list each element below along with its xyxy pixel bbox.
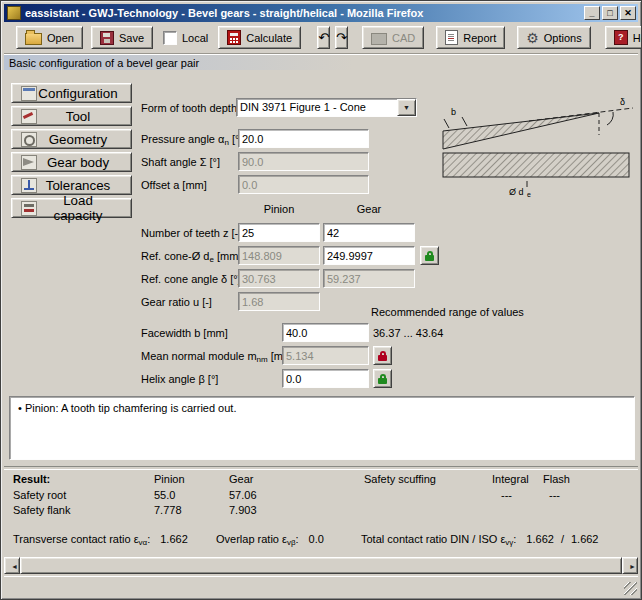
calculate-button[interactable]: Calculate — [218, 26, 301, 49]
maximize-button[interactable]: □ — [602, 6, 618, 20]
open-button[interactable]: Open — [16, 26, 83, 49]
sidebar-item-tolerances[interactable]: Tolerances — [11, 175, 132, 195]
offset-label: Offset a [mm] — [141, 177, 207, 194]
lock-icon — [378, 374, 387, 384]
report-button-label: Report — [463, 32, 496, 44]
help-button[interactable]: ? Help — [605, 26, 642, 49]
local-checkbox[interactable] — [163, 31, 177, 45]
configuration-icon — [21, 86, 37, 101]
teeth-pinion-input[interactable] — [238, 223, 320, 242]
safety-root-gear: 57.06 — [229, 488, 257, 502]
pinion-column-header: Pinion — [238, 202, 320, 217]
chevron-down-icon[interactable]: ▼ — [397, 99, 416, 116]
lock-icon — [425, 251, 434, 261]
mean-normal-module-lock-button[interactable] — [373, 346, 392, 365]
cad-icon — [371, 33, 387, 45]
toolbar: Open Save Local Calculate ↶ ↷ CAD Report — [4, 22, 638, 54]
window-title: eassistant - GWJ-Technology - Bevel gear… — [25, 7, 584, 19]
gear-column-header: Gear — [323, 202, 415, 217]
local-checkbox-label: Local — [182, 32, 208, 44]
contact-ratio-row: Transverse contact ratio εvα:1.662 Overl… — [1, 532, 641, 546]
tool-icon — [21, 109, 37, 124]
pressure-angle-input[interactable] — [238, 129, 369, 148]
save-button-label: Save — [119, 32, 144, 44]
ref-cone-angle-label: Ref. cone angle δ [°] — [141, 271, 241, 288]
options-gear-icon: ⚙ — [526, 31, 539, 45]
sidebar-item-configuration[interactable]: Configuration — [11, 83, 132, 103]
app-icon — [7, 6, 21, 20]
gear-ratio-label: Gear ratio u [-] — [141, 294, 212, 311]
sidebar-item-geometry[interactable]: Geometry — [11, 129, 132, 149]
titlebar[interactable]: eassistant - GWJ-Technology - Bevel gear… — [4, 4, 638, 22]
safety-flank-label: Safety flank — [13, 503, 70, 517]
mean-normal-module-label: Mean normal module mnm [mm] — [141, 348, 295, 365]
report-button[interactable]: Report — [436, 26, 505, 49]
sidebar-item-label: Load capacity — [37, 193, 125, 223]
redo-button[interactable]: ↷ — [335, 26, 348, 49]
pressure-angle-label: Pressure angle αn [°] — [141, 131, 242, 148]
gear-blank-section — [443, 153, 629, 177]
close-button[interactable]: ✕ — [620, 6, 636, 20]
scroll-left-button[interactable]: ◄ — [4, 557, 20, 574]
resize-grip[interactable] — [624, 582, 637, 595]
teeth-gear-input[interactable] — [323, 223, 415, 242]
ref-cone-diameter-label: Ref. cone-Ø de [mm] — [141, 248, 241, 265]
local-checkbox-group: Local — [163, 31, 208, 45]
sidebar-item-load-capacity[interactable]: Load capacity — [11, 198, 132, 218]
ref-diameter-label: Ø d — [509, 187, 524, 197]
calculator-icon — [227, 30, 241, 45]
sidebar-item-gear-body[interactable]: Gear body — [11, 152, 132, 172]
ref-cone-diameter-gear-input[interactable] — [323, 246, 415, 265]
result-header-row: Result: Pinion Gear Safety scuffing Inte… — [1, 472, 641, 486]
facewidth-input[interactable] — [282, 323, 369, 342]
tooth-depth-select[interactable]: DIN 3971 Figure 1 - Cone ▼ — [236, 98, 417, 117]
bevel-gear-diagram: b δ Ø d e — [439, 91, 636, 199]
safety-flank-gear: 7.903 — [229, 503, 257, 517]
scrollbar-thumb[interactable] — [20, 557, 622, 574]
options-button[interactable]: ⚙ Options — [517, 26, 590, 49]
helix-angle-input[interactable] — [282, 369, 369, 388]
result-col-gear: Gear — [229, 472, 253, 486]
open-folder-icon — [25, 33, 42, 45]
scroll-right-button[interactable]: ► — [622, 557, 638, 574]
help-button-label: Help — [633, 32, 642, 44]
result-col-scuffing: Safety scuffing — [364, 472, 436, 486]
total-contact-ratio-din: 1.662 — [526, 533, 554, 545]
sidebar-item-label: Gear body — [37, 155, 125, 170]
gear-ratio-input — [238, 292, 320, 311]
tooth-face-wedge — [443, 113, 599, 149]
sidebar-item-tool[interactable]: Tool — [11, 106, 132, 126]
cad-button-label: CAD — [392, 32, 415, 44]
lock-icon — [378, 351, 387, 361]
page-title: Basic configuration of a bevel gear pair — [4, 54, 638, 70]
application-window: eassistant - GWJ-Technology - Bevel gear… — [0, 0, 642, 600]
safety-root-row: Safety root 55.0 57.06 --- --- — [1, 488, 641, 502]
minimize-button[interactable]: _ — [584, 6, 600, 20]
mean-normal-module-input — [282, 346, 369, 365]
shaft-angle-label: Shaft angle Σ [°] — [141, 154, 220, 171]
ref-cone-diameter-pinion-input — [238, 246, 320, 265]
ref-cone-diameter-lock-button[interactable] — [420, 246, 439, 265]
b-dimension-label: b — [451, 107, 456, 117]
helix-angle-lock-button[interactable] — [373, 369, 392, 388]
result-separator — [4, 466, 638, 470]
save-button[interactable]: Save — [91, 26, 153, 49]
ref-diameter-label-sub: e — [527, 191, 531, 198]
load-capacity-icon — [21, 201, 37, 216]
options-button-label: Options — [544, 32, 582, 44]
undo-button[interactable]: ↶ — [317, 26, 330, 49]
total-contact-ratio-iso: 1.662 — [571, 533, 599, 545]
safety-flank-row: Safety flank 7.778 7.903 — [1, 503, 641, 517]
transverse-contact-ratio-value: 1.662 — [160, 533, 188, 545]
overlap-ratio-value: 0.0 — [309, 533, 324, 545]
teeth-label: Number of teeth z [-] — [141, 225, 241, 242]
help-icon: ? — [614, 30, 628, 45]
safety-root-flash: --- — [549, 488, 560, 502]
sidebar-item-label: Tolerances — [37, 178, 125, 193]
result-heading: Result: — [13, 472, 50, 486]
horizontal-scrollbar[interactable]: ◄ ► — [4, 557, 638, 574]
cad-button: CAD — [362, 26, 424, 49]
status-bar — [4, 576, 638, 596]
delta-angle-label: δ — [620, 97, 625, 107]
result-col-integral: Integral — [492, 472, 529, 486]
